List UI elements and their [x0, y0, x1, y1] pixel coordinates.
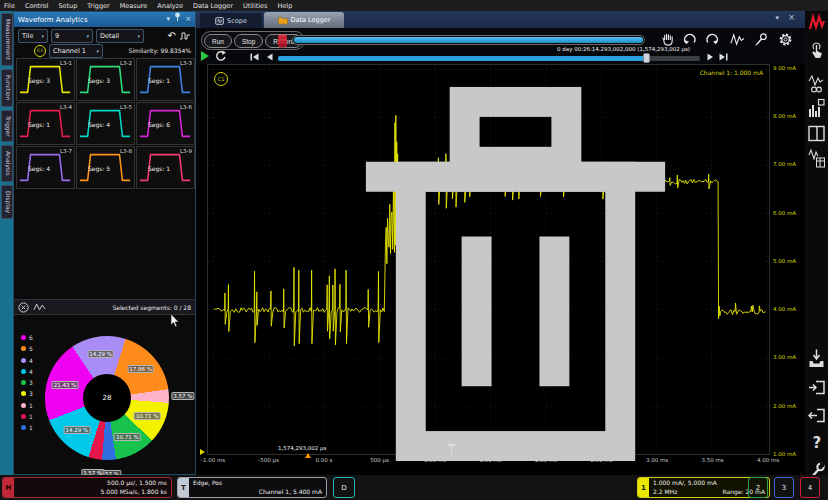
- selected-segments-readout: Selected segments: 0 / 28: [112, 304, 191, 311]
- split-window-icon[interactable]: [808, 123, 825, 144]
- pie-slice-label: 10.71 %: [134, 412, 161, 420]
- svg-text:?: ?: [813, 434, 822, 452]
- menu-file[interactable]: File: [4, 2, 15, 10]
- menu-utilities[interactable]: Utilities: [243, 2, 267, 10]
- import-icon[interactable]: [808, 377, 825, 398]
- menu-control[interactable]: Control: [25, 2, 49, 10]
- segment-tile-l3-5[interactable]: L3-5Segs: 4: [76, 102, 135, 145]
- legend-item: 4: [21, 368, 33, 375]
- menu-analyze[interactable]: Analyze: [157, 2, 183, 10]
- step-forward-icon[interactable]: [707, 53, 714, 61]
- tile-mode-dropdown[interactable]: Tile▾: [18, 29, 48, 43]
- histogram-save-icon[interactable]: [808, 98, 825, 119]
- waveform-analytics-titlebar[interactable]: Waveform Analytics ▾ ×: [14, 12, 195, 27]
- redo-icon[interactable]: [705, 32, 720, 47]
- right-icon-rail: ?: [805, 11, 828, 500]
- menu-trigger[interactable]: Trigger: [87, 2, 109, 10]
- menu-setup[interactable]: Setup: [58, 2, 77, 10]
- probe-icon[interactable]: [754, 32, 769, 47]
- record-cursor-marker[interactable]: [451, 444, 452, 455]
- chevron-down-icon[interactable]: ▾: [167, 12, 171, 27]
- menu-help[interactable]: Help: [277, 2, 292, 10]
- channel-badge[interactable]: C1: [214, 72, 228, 86]
- trigger-settings-box[interactable]: T Edge, Pos Channel 1, 5.400 mA: [177, 477, 327, 498]
- legend-item: 3: [21, 379, 33, 386]
- logger-plot-area[interactable]: C1 Channel 1: 1.000 mA 1,574,293,002 µs: [207, 64, 770, 455]
- menubar: FileControlSetupTriggerMeasureAnalyzeDat…: [0, 0, 828, 11]
- pie-slice-label: 3.57 %: [171, 392, 194, 400]
- skip-start-icon[interactable]: [250, 53, 259, 61]
- channel3-box[interactable]: 3: [774, 477, 794, 498]
- segment-selection-bar: Selected segments: 0 / 28: [14, 299, 195, 315]
- segment-tile-l3-1[interactable]: L3-1Segs: 3: [16, 58, 75, 101]
- help-icon[interactable]: ?: [808, 432, 825, 453]
- undo-icon[interactable]: [682, 32, 697, 47]
- stop-button[interactable]: Stop: [234, 34, 263, 48]
- tab-data-logger[interactable]: Data Logger: [264, 12, 344, 28]
- keysight-logo: [808, 13, 825, 34]
- gear-icon[interactable]: [778, 32, 793, 47]
- segment-grid: L3-1Segs: 3L3-2Segs: 3L3-3Segs: 1L3-4Seg…: [16, 58, 195, 191]
- segment-tile-l3-4[interactable]: L3-4Segs: 1: [16, 102, 75, 145]
- mouse-cursor: [170, 314, 180, 328]
- pie-slice-label: 21.43 %: [52, 381, 79, 389]
- window-close-icon[interactable]: ×: [788, 13, 795, 22]
- side-tab-analysis[interactable]: Analysis: [1, 145, 13, 182]
- channel4-box[interactable]: 4: [800, 477, 820, 498]
- x-tick-label: 500 µs: [370, 457, 389, 463]
- segment-tile-l3-8[interactable]: L3-8Segs: 5: [76, 146, 135, 189]
- side-tab-measurement[interactable]: Measurement: [1, 13, 13, 66]
- timeline-slider-handle[interactable]: [643, 53, 650, 63]
- waveform-infinity-icon[interactable]: [808, 73, 825, 94]
- waveform-icon[interactable]: [730, 32, 745, 47]
- side-tab-function[interactable]: Function: [1, 69, 13, 107]
- save-icon[interactable]: [808, 348, 825, 369]
- channel-select-dropdown[interactable]: Channel 1▾: [49, 44, 103, 58]
- legend-item: 3: [21, 390, 33, 397]
- y-tick-label: 5.00 mA: [773, 258, 796, 264]
- grid-size-dropdown[interactable]: 9▾: [51, 29, 93, 43]
- waveform-table-icon[interactable]: [808, 148, 825, 169]
- skip-end-icon[interactable]: [719, 53, 728, 61]
- channel-scale-label: Channel 1: 1.000 mA: [700, 69, 763, 76]
- pan-hand-icon[interactable]: [660, 32, 675, 47]
- waveform-icon[interactable]: [33, 302, 46, 312]
- record-control-group: Run Stop Record: [201, 31, 305, 50]
- refresh-circle-icon[interactable]: [18, 302, 29, 313]
- loop-icon[interactable]: [215, 50, 227, 62]
- channel-badge: C1: [34, 45, 46, 57]
- export-icon[interactable]: [808, 405, 825, 426]
- channel2-box[interactable]: 2: [748, 477, 768, 498]
- menu-data-logger[interactable]: Data Logger: [193, 2, 233, 10]
- horizontal-settings-box[interactable]: H 500.0 µs/, 1.500 ms 5.000 MSa/s, 1.800…: [2, 477, 172, 498]
- trash-icon[interactable]: [235, 72, 796, 461]
- pie-slice-label: 14.29 %: [87, 350, 114, 358]
- pin-icon[interactable]: [174, 12, 181, 27]
- left-tab-strip: MeasurementFunctionTriggerAnalysisDispla…: [0, 11, 13, 500]
- timeline-slider[interactable]: [278, 56, 700, 61]
- menu-measure[interactable]: Measure: [120, 2, 148, 10]
- play-icon[interactable]: [200, 50, 210, 62]
- run-button[interactable]: Run: [204, 34, 232, 48]
- side-tab-display[interactable]: Display: [1, 185, 13, 219]
- segment-tile-l3-6[interactable]: L3-6Segs: 6: [136, 102, 195, 145]
- step-back-icon[interactable]: [266, 53, 273, 61]
- segment-tile-l3-3[interactable]: L3-3Segs: 1: [136, 58, 195, 101]
- legend-item: 1: [21, 413, 33, 420]
- segment-tile-l3-7[interactable]: L3-7Segs: 4: [16, 146, 75, 189]
- pulse-compare-icon[interactable]: [179, 31, 191, 41]
- t-tag: T: [178, 478, 189, 497]
- record-progress-bar[interactable]: [292, 35, 645, 45]
- segment-tile-l3-2[interactable]: L3-2Segs: 3: [76, 58, 135, 101]
- detail-mode-dropdown[interactable]: Detail▾: [96, 29, 144, 43]
- x-tick-label: 2.00 ms: [535, 457, 557, 463]
- side-tab-trigger[interactable]: Trigger: [1, 110, 13, 143]
- segment-tile-l3-9[interactable]: L3-9Segs: 1: [136, 146, 195, 189]
- digital-channels-box[interactable]: D: [333, 477, 355, 498]
- undo-icon[interactable]: ↶: [168, 31, 176, 41]
- tab-scope[interactable]: Scope: [200, 13, 262, 28]
- window-chevron-down-icon[interactable]: ▾: [775, 14, 779, 22]
- touch-icon[interactable]: [808, 40, 825, 61]
- close-icon[interactable]: ×: [185, 12, 191, 27]
- x-tick-label: -500 µs: [258, 457, 279, 463]
